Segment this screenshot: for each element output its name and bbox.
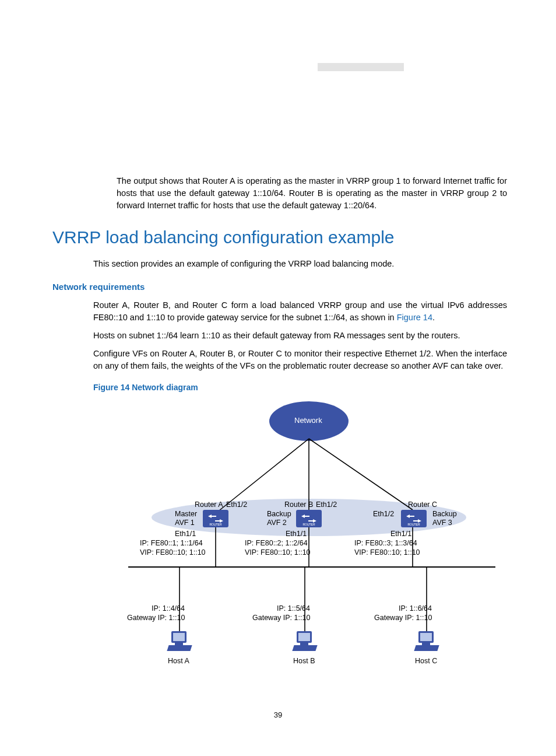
- svg-rect-21: [420, 633, 432, 641]
- svg-rect-17: [298, 633, 310, 641]
- svg-rect-16: [300, 643, 308, 646]
- host-c-gw: Gateway IP: 1::10: [374, 612, 432, 623]
- host-a-gw: Gateway IP: 1::10: [127, 612, 185, 623]
- router-b-vip: VIP: FE80::10; 1::10: [245, 547, 311, 558]
- heading-paragraph: This section provides an example of conf…: [93, 258, 507, 270]
- page-number: 39: [0, 710, 556, 721]
- router-a-vip: VIP: FE80::10; 1::10: [140, 547, 206, 558]
- host-b-icon: [293, 631, 316, 652]
- figure-14-link[interactable]: Figure 14: [397, 313, 432, 322]
- host-c-icon: [415, 631, 438, 652]
- svg-rect-20: [422, 643, 430, 646]
- req-para-2: Hosts on subnet 1::/64 learn 1::10 as th…: [93, 330, 507, 342]
- figure-caption: Figure 14 Network diagram: [93, 382, 507, 393]
- host-a-icon: [168, 631, 191, 652]
- svg-rect-12: [175, 643, 183, 646]
- decorative-bar: [318, 63, 404, 71]
- router-a-eth-up: Eth1/2: [226, 499, 247, 510]
- network-diagram: Network Router A Eth1/2 Master AVF 1 Eth…: [93, 398, 501, 678]
- network-requirements-title: Network requirements: [52, 281, 507, 293]
- router-a-icon: [203, 510, 228, 527]
- host-a-name: Host A: [168, 656, 189, 666]
- req-para-1a: Router A, Router B, and Router C form a …: [93, 300, 507, 322]
- req-para-3: Configure VFs on Router A, Router B, or …: [93, 348, 507, 372]
- host-b-gw: Gateway IP: 1::10: [252, 612, 310, 623]
- router-a-avf: AVF 1: [175, 517, 195, 528]
- intro-paragraph: The output shows that Router A is operat…: [117, 175, 507, 212]
- router-b-avf: AVF 2: [267, 517, 287, 528]
- svg-rect-13: [173, 633, 185, 641]
- section-heading: VRRP load balancing configuration exampl…: [52, 225, 507, 250]
- network-label: Network: [294, 415, 322, 426]
- router-c-icon: [401, 510, 427, 527]
- req-para-1b: .: [432, 313, 435, 322]
- host-b-name: Host B: [293, 656, 315, 666]
- router-c-avf: AVF 3: [432, 517, 452, 528]
- router-a-name: Router A: [195, 499, 223, 510]
- router-b-icon: [296, 510, 322, 527]
- host-c-name: Host C: [415, 656, 437, 666]
- req-para-1: Router A, Router B, and Router C form a …: [93, 299, 507, 324]
- router-c-vip: VIP: FE80::10; 1::10: [354, 547, 420, 558]
- router-c-eth-up: Eth1/2: [373, 509, 394, 519]
- page-content: The output shows that Router A is operat…: [52, 166, 507, 678]
- router-b-eth-up: Eth1/2: [316, 499, 337, 510]
